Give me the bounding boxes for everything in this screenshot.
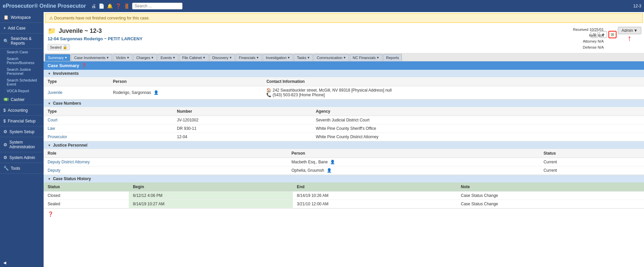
justice-personnel-section: ▼ Justice Personnel Role Person Status D… [44, 142, 644, 175]
print-icon[interactable]: 🖨 [91, 3, 96, 9]
case-number-type-law[interactable]: Law [48, 126, 55, 131]
table-row: Juvenile Roderigo, Sargonnas 👤 🏠 242 Swa… [44, 86, 644, 99]
case-numbers-table: Type Number Agency Court JV-1201002 Seve… [44, 107, 644, 141]
app-name-text: eProsecutor [3, 3, 34, 9]
tab-communication-label: Communication [317, 56, 342, 60]
help-circle-icon[interactable]: ❓ [115, 3, 121, 9]
person-icon-dda: 👤 [330, 160, 335, 164]
person-icon: 👤 [154, 90, 159, 95]
search-input[interactable] [132, 3, 182, 9]
tab-events-arrow: ▼ [172, 56, 175, 59]
sealed-label: Sealed [50, 45, 61, 49]
case-number-law-agency: White Pine County Sheriff's Office [312, 124, 644, 133]
bottom-help-icon[interactable]: ❓ [44, 209, 644, 219]
sidebar-item-search-person[interactable]: Search Person/Business [0, 55, 44, 66]
version-label: 12-3 [633, 4, 641, 8]
main-layout: 📋 Workspace + Add Case 🔍 Searches & Repo… [0, 12, 644, 267]
main-content: ▼ Involvements Type Person Contact Infor… [44, 70, 644, 267]
sidebar-item-add-case[interactable]: + Add Case [0, 23, 44, 34]
tab-reports[interactable]: Reports [383, 54, 402, 61]
jp-role-dda[interactable]: Deputy District Attorney [48, 160, 90, 164]
tab-file-cabinet-label: File Cabinet [182, 56, 202, 60]
content-area: ⚠ Documents have not finished converting… [44, 12, 644, 267]
admin-dropdown-arrow: ▼ [634, 28, 638, 33]
admin-btn[interactable]: Admin ▼ [618, 27, 641, 34]
case-numbers-col-type: Type [44, 107, 173, 116]
csh-end-1: 8/14/19 10:26 AM [293, 192, 457, 200]
table-row: Deputy Ophelia, Gruumsh 👤 Current [44, 166, 644, 175]
sidebar-label-accounting: Accounting [8, 108, 28, 113]
expand-btn[interactable]: ⊞ [608, 31, 616, 38]
sidebar-item-system-setup[interactable]: ⚙ System Setup [0, 126, 44, 137]
tab-summary[interactable]: Summary ▼ [45, 54, 70, 61]
case-title: Juvenile ~ 12-3 [59, 28, 102, 35]
tab-victim-label: Victim [116, 56, 126, 60]
case-status-history-header[interactable]: ▼ Case Status History [44, 175, 644, 182]
sidebar-item-financial-setup[interactable]: $ Financial Setup [0, 116, 44, 126]
sidebar-item-search-event[interactable]: Search Scheduled Event [0, 77, 44, 88]
involvements-toggle: ▼ [48, 72, 51, 75]
tab-nc-financials-label: NC Financials [353, 56, 376, 60]
justice-personnel-header[interactable]: ▼ Justice Personnel [44, 142, 644, 149]
sidebar-item-cashier[interactable]: 💵 Cashier [0, 94, 44, 105]
tab-financials-label: Financials [239, 56, 256, 60]
tab-victim[interactable]: Victim ▼ [113, 54, 132, 61]
tab-discovery[interactable]: Discovery ▼ [209, 54, 235, 61]
sidebar-item-workspace[interactable]: 📋 Workspace [0, 12, 44, 23]
case-header: 📁 Juvenile ~ 12-3 12-04 Sargonnas Roderi… [44, 24, 644, 53]
tab-charges[interactable]: Charges ▼ [133, 54, 157, 61]
admin-label: Admin [622, 28, 633, 33]
tab-tasks[interactable]: Tasks ▼ [294, 54, 313, 61]
warning-banner: ⚠ Documents have not finished converting… [45, 13, 643, 23]
case-numbers-col-agency: Agency [312, 107, 644, 116]
sidebar-item-search-case[interactable]: Search Case [0, 49, 44, 55]
jp-role-deputy[interactable]: Deputy [48, 168, 60, 173]
sidebar-label-system-setup: System Setup [9, 129, 35, 134]
sidebar-item-searches[interactable]: 🔍 Searches & Reports [0, 34, 44, 49]
justice-personnel-table: Role Person Status Deputy District Attor… [44, 149, 644, 175]
bell-icon[interactable]: 🔔 [107, 3, 113, 9]
sidebar-sub-label-search-justice: Search Justice Personnel [7, 67, 31, 75]
tab-case-involvements[interactable]: Case Involvements ▼ [71, 54, 112, 61]
sidebar-label-cashier: Cashier [11, 97, 24, 102]
email-btn[interactable]: ✉ [591, 31, 598, 38]
case-numbers-header[interactable]: ▼ Case Numbers [44, 100, 644, 107]
sidebar-item-system-admin[interactable]: ⚙ System Administration [0, 137, 44, 152]
system-admin2-icon: ⚙ [3, 155, 7, 160]
accounting-icon: $ [3, 108, 6, 113]
tab-events-label: Events [161, 56, 172, 60]
tab-investigation[interactable]: Investigation ▼ [263, 54, 293, 61]
sidebar-item-tools[interactable]: 🔧 Tools [0, 163, 44, 174]
tab-file-cabinet[interactable]: File Cabinet ▼ [179, 54, 209, 61]
app-suffix: Online Prosecutor [38, 3, 86, 9]
involvements-label: Involvements [53, 71, 79, 76]
tab-tasks-arrow: ▼ [307, 56, 310, 59]
involvement-type-link[interactable]: Juvenile [48, 90, 62, 95]
jp-person-dda: Macbeth Esq., Bane 👤 [287, 158, 539, 166]
csh-begin-2: 8/14/19 10:27 AM [129, 200, 293, 208]
document-icon[interactable]: 📄 [99, 3, 104, 9]
case-status-history-table: Status Begin End Note Closed 6/12/12 4:0… [44, 182, 644, 208]
case-number-type-prosecutor[interactable]: Prosecutor [48, 135, 67, 139]
table-row: Law DR 930-11 White Pine County Sheriff'… [44, 124, 644, 133]
case-status-history-label: Case Status History [53, 176, 91, 181]
csh-note-1: Case Status Change [457, 192, 644, 200]
tab-communication[interactable]: Communication ▼ [314, 54, 349, 61]
logout-icon[interactable]: 🚪 [124, 3, 129, 9]
sidebar-collapse-btn[interactable]: ◀ [0, 259, 44, 267]
case-numbers-label: Case Numbers [53, 101, 81, 106]
involvements-header[interactable]: ▼ Involvements [44, 70, 644, 77]
tab-nc-financials[interactable]: NC Financials ▼ [350, 54, 382, 61]
section-help-icon[interactable]: ❓ [81, 63, 87, 68]
star-btn[interactable]: ★ [599, 31, 607, 38]
sidebar-item-accounting[interactable]: $ Accounting [0, 105, 44, 116]
sidebar-item-voca[interactable]: VOCA Report [0, 88, 44, 94]
tab-events[interactable]: Events ▼ [158, 54, 179, 61]
received-label: Received [573, 28, 588, 32]
lock-icon: 🔒 [63, 45, 67, 49]
case-number-type-court[interactable]: Court [48, 118, 57, 122]
tab-financials[interactable]: Financials ▼ [236, 54, 262, 61]
sidebar-item-system-admin2[interactable]: ⚙ System Admin [0, 152, 44, 163]
sidebar-item-search-justice[interactable]: Search Justice Personnel [0, 66, 44, 77]
jp-status-deputy: Current [539, 166, 644, 175]
